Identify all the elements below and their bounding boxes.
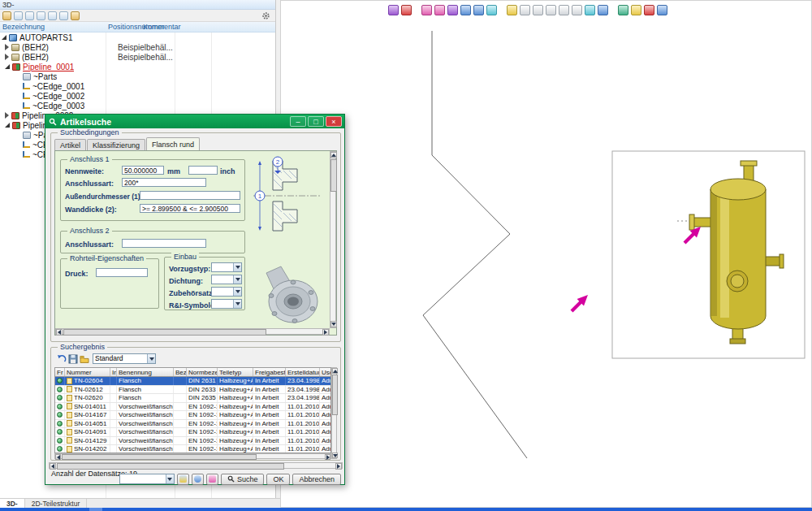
result-row[interactable]: SN-014011 Vorschweißflansch EN 1092-1/1 … xyxy=(55,403,330,412)
expanded-arrow-icon[interactable] xyxy=(5,123,10,128)
aussendurchmesser-input[interactable] xyxy=(140,191,240,200)
open-folder-icon[interactable] xyxy=(80,354,89,364)
sheet-save-icon[interactable] xyxy=(559,5,569,15)
print-icon[interactable] xyxy=(2,11,11,20)
result-row[interactable]: SN-014167 Vorschweißflansch EN 1092-1/1 … xyxy=(55,411,330,420)
zubehoersatz-combo[interactable] xyxy=(211,287,242,297)
result-row-selected[interactable]: TN-02604 Flansch DIN 2631 Halbzeug+An In… xyxy=(55,377,330,386)
scroll-thumb[interactable] xyxy=(332,375,338,415)
tree-row[interactable]: (BEH2)Beispielbehäl... xyxy=(0,52,275,62)
table-vertical-scrollbar[interactable] xyxy=(331,367,337,459)
maximize-icon[interactable]: □ xyxy=(308,116,324,127)
chevron-down-icon[interactable] xyxy=(233,263,241,271)
sync-selection-icon[interactable] xyxy=(59,11,68,20)
scroll-left-icon[interactable] xyxy=(55,454,61,460)
parts-list-icon[interactable] xyxy=(631,5,641,15)
chevron-down-icon[interactable] xyxy=(147,354,155,363)
result-row[interactable]: SN-014091 Vorschweißflansch EN 1092-1/1 … xyxy=(55,428,330,437)
tree-row-active[interactable]: Pipeline_0001 xyxy=(0,62,275,71)
zoom-window-icon[interactable] xyxy=(473,5,484,15)
expanded-arrow-icon[interactable] xyxy=(5,64,10,69)
anschlussart-input[interactable] xyxy=(122,178,206,187)
tab-3d[interactable]: 3D- xyxy=(0,499,25,508)
scroll-thumb[interactable] xyxy=(62,454,257,460)
viewport-icon[interactable] xyxy=(585,5,595,15)
collapsed-arrow-icon[interactable] xyxy=(5,44,9,50)
find-part-icon[interactable] xyxy=(71,11,80,20)
scroll-left-icon[interactable] xyxy=(56,329,63,336)
anschlussart2-input[interactable] xyxy=(122,239,206,248)
taskbar[interactable] xyxy=(0,508,812,511)
scroll-right-icon[interactable] xyxy=(335,463,342,470)
drawing-canvas[interactable] xyxy=(281,1,812,509)
drawing-area[interactable] xyxy=(280,0,812,508)
tree-row[interactable]: AUTOPARTS1 xyxy=(0,32,275,42)
preset-combo[interactable]: Standard xyxy=(93,353,156,364)
chevron-down-icon[interactable] xyxy=(166,474,174,483)
minimize-icon[interactable]: – xyxy=(290,116,306,127)
scissors-icon[interactable] xyxy=(447,5,458,15)
undo-icon[interactable] xyxy=(57,354,67,364)
druck-input[interactable] xyxy=(96,268,148,277)
pencil-icon[interactable] xyxy=(421,5,432,15)
scroll-up-icon[interactable] xyxy=(330,152,337,158)
expand-all-icon[interactable] xyxy=(25,11,34,20)
chevron-down-icon[interactable] xyxy=(233,288,241,296)
sheet-open-icon[interactable] xyxy=(546,5,556,15)
snap-grid-icon[interactable] xyxy=(388,5,399,15)
ri-symbole-combo[interactable] xyxy=(211,299,242,309)
pane-horizontal-scrollbar[interactable] xyxy=(55,328,330,335)
sketch-plane-icon[interactable] xyxy=(401,5,412,15)
scroll-right-icon[interactable] xyxy=(325,454,330,460)
result-row[interactable]: TN-02620 Flansch DIN 2635 Halbzeug+An In… xyxy=(55,394,330,403)
dialog-titlebar[interactable]: Artikelsuche – □ × xyxy=(45,115,344,128)
collapsed-arrow-icon[interactable] xyxy=(5,54,9,60)
tree-row[interactable]: ~Parts xyxy=(0,71,275,81)
refresh-button[interactable] xyxy=(192,474,204,485)
tree-row[interactable]: (BEH2)Beispielbehäl... xyxy=(0,42,275,52)
tab-klassifizierung[interactable]: Klassifizierung xyxy=(87,139,145,150)
tree-row[interactable]: ~CEdge_0001 xyxy=(0,81,275,91)
table-horizontal-scrollbar[interactable] xyxy=(54,453,331,459)
zoom-prev-icon[interactable] xyxy=(486,5,497,15)
sheet-new-icon[interactable] xyxy=(533,5,543,15)
settings-gear-icon[interactable] xyxy=(261,11,270,20)
abbrechen-button[interactable]: Abbrechen xyxy=(292,474,341,485)
pane-vertical-scrollbar[interactable] xyxy=(330,151,336,328)
taskbar-item[interactable] xyxy=(89,508,102,511)
favorites-combo[interactable] xyxy=(119,474,175,484)
tab-artikel[interactable]: Artikel xyxy=(54,139,86,150)
result-row[interactable]: SN-014129 Vorschweißflansch EN 1092-1/1 … xyxy=(55,437,330,446)
nennweite-inch-input[interactable] xyxy=(188,166,218,175)
scroll-down-icon[interactable] xyxy=(332,453,338,458)
column-bezeichnung[interactable]: Bezeichnung xyxy=(2,23,45,31)
collapsed-arrow-icon[interactable] xyxy=(5,112,9,119)
zoom-in-icon[interactable] xyxy=(460,5,471,15)
chevron-down-icon[interactable] xyxy=(233,275,241,284)
scroll-thumb[interactable] xyxy=(57,463,284,470)
scroll-down-icon[interactable] xyxy=(330,321,337,327)
tab-flansch-rund[interactable]: Flansch rund xyxy=(146,137,200,150)
column-kommentar[interactable]: Kommentar xyxy=(143,23,181,31)
scroll-thumb[interactable] xyxy=(330,159,337,192)
wanddicke-input[interactable] xyxy=(140,204,240,213)
delete-icon[interactable] xyxy=(644,5,654,15)
filter-icon[interactable] xyxy=(657,5,667,15)
vorzugstyp-combo[interactable] xyxy=(211,262,242,272)
grid-table-icon[interactable] xyxy=(618,5,628,15)
dichtung-combo[interactable] xyxy=(211,275,242,284)
close-icon[interactable]: × xyxy=(326,116,342,127)
pen-icon[interactable] xyxy=(434,5,445,15)
eraser-icon[interactable] xyxy=(520,5,530,15)
collapse-all-icon[interactable] xyxy=(37,11,45,20)
scroll-thumb[interactable] xyxy=(63,329,266,336)
results-header-row[interactable]: Fr Nummer In Benennung Bezeic Normbezei … xyxy=(55,368,330,377)
tab-2d-teilestruktur[interactable]: 2D-Teilestruktur xyxy=(25,499,88,508)
sheet-props-icon[interactable] xyxy=(572,5,582,15)
chevron-down-icon[interactable] xyxy=(233,300,241,308)
ok-button[interactable]: OK xyxy=(266,474,290,485)
result-row[interactable]: SN-014051 Vorschweißflansch EN 1092-1/1 … xyxy=(55,420,330,429)
result-row[interactable]: TN-02612 Flansch DIN 2633 Halbzeug+An In… xyxy=(55,386,330,395)
scroll-left-icon[interactable] xyxy=(50,463,56,470)
scroll-up-icon[interactable] xyxy=(332,368,338,374)
